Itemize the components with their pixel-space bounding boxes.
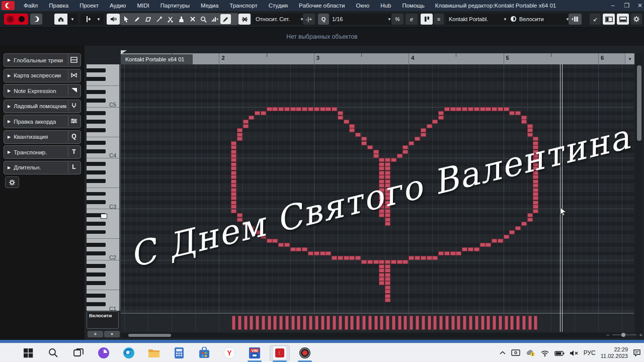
midi-note[interactable]: [367, 260, 373, 264]
tray-clock[interactable]: 22:29 11.02.2023: [601, 346, 628, 359]
horizontal-scrollbar-thumb[interactable]: [128, 334, 171, 337]
midi-note[interactable]: [284, 107, 290, 111]
midi-note[interactable]: [379, 171, 384, 175]
record-dot-icon[interactable]: [19, 16, 25, 22]
scissors-tool[interactable]: [165, 14, 176, 24]
midi-note[interactable]: [237, 137, 243, 141]
tray-volume-muted-icon[interactable]: [570, 350, 579, 356]
black-key[interactable]: [87, 230, 106, 234]
midi-note[interactable]: [468, 107, 473, 111]
controller-lane-button[interactable]: [569, 14, 582, 25]
tray-chevron-up-icon[interactable]: [499, 350, 506, 355]
autoscroll-dropdown[interactable]: ▼: [94, 14, 104, 25]
midi-note[interactable]: [509, 230, 515, 234]
midi-note[interactable]: [379, 281, 384, 285]
velocity-bar[interactable]: [416, 316, 419, 330]
velocity-bar[interactable]: [398, 316, 401, 330]
midi-note[interactable]: [243, 222, 249, 226]
velocity-bar[interactable]: [428, 316, 431, 330]
midi-note[interactable]: [231, 201, 236, 205]
midi-note[interactable]: [231, 162, 236, 166]
project-cursor-line[interactable]: [560, 64, 560, 332]
midi-note[interactable]: [427, 124, 432, 128]
midi-note[interactable]: [397, 154, 403, 158]
midi-note[interactable]: [308, 107, 313, 111]
midi-note[interactable]: [438, 111, 444, 115]
midi-note[interactable]: [385, 213, 390, 217]
midi-note[interactable]: [278, 107, 284, 111]
midi-note[interactable]: [385, 298, 390, 302]
midi-note[interactable]: [379, 201, 384, 205]
inspector-panel-3[interactable]: ▶Note Expression: [4, 84, 81, 98]
midi-note[interactable]: [421, 133, 426, 137]
velocity-bar[interactable]: [285, 316, 289, 330]
add-lane-button[interactable]: +: [88, 331, 103, 337]
piano-keyboard[interactable]: C5C4C3C2C1: [87, 64, 121, 311]
quantize-panel-button[interactable]: e: [406, 14, 418, 25]
inspector-panel-1[interactable]: ▶Глобальные треки: [4, 53, 81, 67]
midi-note[interactable]: [432, 120, 438, 124]
midi-note[interactable]: [308, 251, 313, 255]
inspector-panel-4[interactable]: ▶Ладовый помощник: [4, 100, 81, 113]
window-layout-button[interactable]: [54, 14, 67, 25]
midi-note[interactable]: [231, 192, 236, 196]
midi-note[interactable]: [296, 107, 301, 111]
midi-note[interactable]: [533, 179, 538, 184]
inspector-panel-8[interactable]: ▶Длительн.L: [4, 161, 81, 174]
line-tool[interactable]: [209, 14, 220, 24]
midi-note[interactable]: [385, 290, 390, 294]
timeline-ruler[interactable]: 23456: [121, 53, 625, 65]
velocity-bar[interactable]: [510, 316, 514, 330]
midi-note[interactable]: [468, 247, 473, 251]
midi-note[interactable]: [231, 158, 236, 162]
midi-note[interactable]: [379, 268, 384, 273]
velocity-bar[interactable]: [499, 316, 502, 330]
ruler-options-button[interactable]: ▼: [625, 53, 634, 64]
velocity-bar[interactable]: [368, 316, 372, 330]
midi-note[interactable]: [533, 154, 538, 158]
autoscroll-button[interactable]: [80, 14, 94, 25]
midi-note[interactable]: [379, 213, 384, 217]
midi-note[interactable]: [438, 116, 444, 120]
black-key[interactable]: [87, 294, 106, 298]
taskbar-calculator-icon[interactable]: [169, 345, 189, 361]
midi-note[interactable]: [231, 209, 236, 213]
velocity-lane[interactable]: [121, 313, 634, 332]
midi-note[interactable]: [332, 107, 337, 111]
midi-note[interactable]: [533, 196, 538, 200]
midi-note[interactable]: [515, 111, 521, 115]
mute-tool[interactable]: [187, 14, 198, 24]
midi-note[interactable]: [355, 133, 361, 137]
midi-note[interactable]: [385, 188, 390, 192]
midi-note[interactable]: [349, 256, 355, 260]
list-button[interactable]: ≡: [434, 14, 444, 25]
midi-note[interactable]: [231, 171, 236, 175]
velocity-bar[interactable]: [457, 316, 460, 330]
midi-note[interactable]: [349, 124, 355, 128]
midi-note[interactable]: [533, 158, 538, 162]
close-button[interactable]: ✕: [633, 0, 644, 11]
trim-tool[interactable]: [154, 14, 165, 24]
midi-note[interactable]: [533, 137, 538, 141]
midi-note[interactable]: [338, 111, 343, 115]
midi-note[interactable]: [403, 145, 408, 149]
velocity-bar[interactable]: [374, 316, 378, 330]
velocity-bar[interactable]: [250, 316, 253, 330]
midi-note[interactable]: [379, 209, 384, 213]
midi-note[interactable]: [415, 137, 420, 141]
menu-6[interactable]: Партитуры: [155, 0, 195, 11]
midi-note[interactable]: [231, 166, 236, 170]
velocity-bar[interactable]: [522, 316, 526, 330]
midi-note[interactable]: [415, 256, 420, 260]
midi-note[interactable]: [367, 145, 373, 149]
midi-note[interactable]: [231, 145, 236, 149]
midi-note[interactable]: [385, 205, 390, 209]
velocity-bar[interactable]: [262, 316, 265, 330]
midi-note[interactable]: [231, 154, 236, 158]
inspector-settings-button[interactable]: [5, 176, 19, 188]
midi-note[interactable]: [385, 268, 390, 273]
menu-9[interactable]: Студия: [263, 0, 293, 11]
velocity-bar[interactable]: [534, 316, 537, 330]
midi-note[interactable]: [272, 239, 278, 243]
velocity-bar[interactable]: [256, 316, 259, 330]
